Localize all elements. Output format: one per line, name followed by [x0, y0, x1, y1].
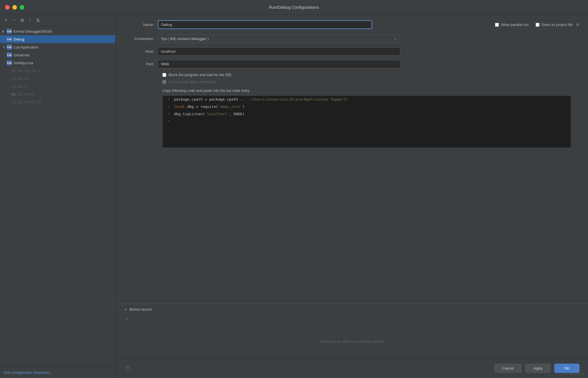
- force-break-checkbox[interactable]: [162, 80, 166, 84]
- force-break-label: Force break when connected.: [169, 80, 217, 84]
- line-number-2: 2: [163, 104, 174, 108]
- maximize-button[interactable]: [20, 5, 24, 10]
- before-launch-title: Before launch: [129, 307, 152, 312]
- sidebar-item-label: Lua Application: [14, 45, 38, 49]
- code-text: package.cpath = package.cpath ..: [174, 97, 247, 101]
- tree-arrow-icon: ▶: [2, 30, 6, 33]
- connection-row: Connection: Tcp ( IDE connect debugger )…: [124, 35, 580, 43]
- code-content-2: local dbg = require('emmy_core'): [174, 104, 571, 109]
- code-number: 9966: [233, 112, 242, 116]
- store-as-project-label[interactable]: Store as project file ⚙: [536, 23, 580, 27]
- sidebar-item-lua-application[interactable]: ▼ Lua Lua Application: [0, 43, 115, 51]
- help-button[interactable]: ?: [124, 365, 131, 372]
- main-content: + − ⧉ ↑ ⇅ ▶ Lua Emmy Debugger(NEW): [0, 15, 588, 378]
- remove-config-button[interactable]: −: [11, 17, 17, 24]
- sidebar-item-sslhttps[interactable]: Lua SslHttps.lua: [0, 59, 115, 67]
- block-program-checkbox[interactable]: [162, 73, 166, 77]
- sidebar-footer: Edit configuration templates...: [0, 367, 115, 378]
- bl-remove-button[interactable]: −: [131, 315, 136, 322]
- sidebar-item-emmy-debugger[interactable]: ▶ Lua Emmy Debugger(NEW): [0, 27, 115, 35]
- sidebar-item-placeholder-1: [0, 67, 115, 75]
- ok-button[interactable]: OK: [554, 364, 580, 373]
- name-row: Name: Allow parallel run Store as projec…: [124, 20, 580, 29]
- bl-down-button[interactable]: ▼: [152, 315, 160, 322]
- collapse-icon: ▼: [124, 308, 127, 311]
- code-block: 1 package.cpath = package.cpath .. ';/Us…: [162, 95, 571, 148]
- sidebar-item-placeholder-5: [0, 98, 115, 106]
- sidebar-item-placeholder-4: [0, 90, 115, 98]
- connection-select[interactable]: Tcp ( IDE connect debugger ) Tcp ( Clien…: [158, 35, 400, 43]
- sidebar-item-label: Unnamed: [14, 53, 29, 57]
- code-text: dbg.tcpListen(: [174, 112, 205, 116]
- code-line-4: 4: [163, 118, 571, 125]
- block-program-label: Block the program and wait for the IDE.: [169, 73, 233, 77]
- port-input[interactable]: [158, 60, 400, 68]
- before-launch-empty-text: There are no tasks to run before launch: [320, 339, 384, 344]
- sidebar-item-label: Debug: [14, 37, 24, 41]
- code-line-1: 1 package.cpath = package.cpath .. ';/Us…: [163, 96, 571, 103]
- minimize-button[interactable]: [12, 5, 17, 10]
- bottom-bar: ? Cancel Apply OK: [116, 358, 588, 378]
- sidebar-item-label: SslHttps.lua: [14, 61, 33, 65]
- sort-icon: ⇅: [36, 18, 40, 23]
- port-row: Port:: [124, 60, 580, 68]
- line-number-3: 3: [163, 111, 174, 116]
- code-text: ): [242, 112, 245, 116]
- store-as-project-checkbox[interactable]: [536, 23, 540, 27]
- copy-config-button[interactable]: ⧉: [19, 17, 25, 24]
- port-label: Port:: [124, 62, 158, 66]
- allow-parallel-checkbox[interactable]: [495, 23, 499, 27]
- cancel-button[interactable]: Cancel: [494, 364, 522, 373]
- connection-label: Connection:: [124, 37, 158, 41]
- window-controls: [5, 5, 24, 10]
- name-input[interactable]: [158, 20, 372, 29]
- window-title: Run/Debug Configurations: [269, 5, 319, 10]
- sidebar-toolbar: + − ⧉ ↑ ⇅: [0, 15, 115, 26]
- sort-config-button[interactable]: ⇅: [34, 17, 41, 24]
- lua-icon: Lua: [7, 45, 12, 50]
- add-config-button[interactable]: +: [3, 17, 10, 24]
- top-checkboxes: Allow parallel run Store as project file…: [372, 23, 580, 27]
- sidebar: + − ⧉ ↑ ⇅ ▶ Lua Emmy Debugger(NEW): [0, 15, 116, 378]
- tree-arrow-icon: ▼: [2, 45, 6, 49]
- code-content-4: [174, 119, 571, 119]
- host-label: Host:: [124, 49, 158, 54]
- allow-parallel-label[interactable]: Allow parallel run: [495, 23, 529, 27]
- block-program-row: Block the program and wait for the IDE.: [124, 73, 580, 77]
- sidebar-item-unnamed[interactable]: Lua Unnamed: [0, 51, 115, 59]
- lua-icon: Lua: [7, 37, 12, 42]
- sidebar-item-debug[interactable]: Lua Debug: [0, 35, 115, 43]
- sidebar-item-placeholder-2: [0, 75, 115, 83]
- code-content-5: [174, 126, 571, 126]
- code-string: 'localhost': [205, 112, 229, 116]
- before-launch-toolbar: + − ✎ ▲ ▼: [124, 315, 580, 322]
- bl-edit-button[interactable]: ✎: [137, 315, 143, 322]
- plus-icon: +: [5, 18, 7, 23]
- config-form: Name: Allow parallel run Store as projec…: [116, 15, 588, 301]
- copy-icon: ⧉: [21, 18, 24, 23]
- code-content-1: package.cpath = package.cpath .. ';/User…: [174, 97, 571, 101]
- code-line-3: 3 dbg.tcpListen('localhost', 9966): [163, 110, 571, 118]
- name-label: Name:: [124, 23, 158, 27]
- bl-add-button[interactable]: +: [124, 315, 129, 322]
- close-button[interactable]: [5, 5, 10, 10]
- sidebar-item-label: Emmy Debugger(NEW): [14, 29, 52, 34]
- code-hint: Copy following code and paste into the l…: [124, 88, 580, 93]
- lua-icon: Lua: [7, 29, 12, 34]
- code-string: 'emmy_core': [218, 104, 242, 109]
- bl-up-button[interactable]: ▲: [145, 315, 152, 322]
- question-icon: ?: [127, 366, 129, 371]
- line-number-5: [163, 126, 174, 126]
- right-panel: Name: Allow parallel run Store as projec…: [116, 15, 588, 378]
- edit-templates-link[interactable]: Edit configuration templates...: [4, 370, 52, 375]
- force-break-row: Force break when connected.: [124, 80, 580, 84]
- minus-icon: −: [13, 18, 15, 23]
- move-config-button[interactable]: ↑: [26, 17, 33, 24]
- host-input[interactable]: [158, 47, 400, 55]
- sidebar-tree: ▶ Lua Emmy Debugger(NEW) Lua Debug ▼ Lua…: [0, 26, 115, 367]
- gear-icon[interactable]: ⚙: [576, 23, 580, 27]
- before-launch-header[interactable]: ▼ Before launch: [124, 304, 580, 315]
- apply-button[interactable]: Apply: [525, 364, 551, 373]
- watermark: CSDN @ZeienRio: [560, 372, 585, 376]
- lua-icon: Lua: [7, 52, 12, 57]
